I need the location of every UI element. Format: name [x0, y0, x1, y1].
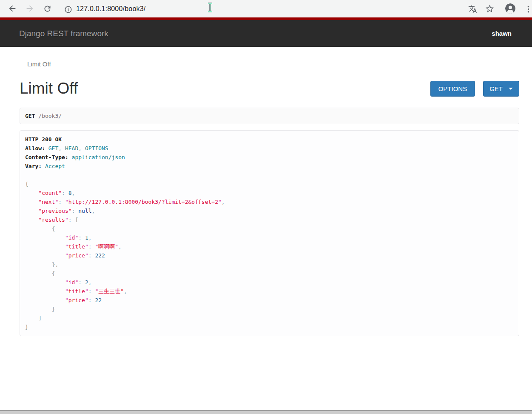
- breadcrumb: Limit Off: [20, 60, 519, 68]
- get-button[interactable]: GET: [483, 81, 519, 97]
- token: 1: [85, 234, 88, 241]
- translate-icon[interactable]: [467, 4, 478, 14]
- browser-toolbar: 127.0.0.1:8000/book3/: [0, 0, 532, 17]
- title-row: Limit Off OPTIONS GET: [20, 80, 519, 97]
- json-key: "previous": [38, 208, 71, 214]
- token: "http://127.0.0.1:8000/book3/?limit=2&of…: [65, 199, 222, 205]
- page-title: Limit Off: [20, 80, 78, 97]
- forward-icon[interactable]: [25, 3, 35, 14]
- token: ,: [78, 145, 82, 151]
- get-button-label: GET: [489, 85, 503, 92]
- status-line: HTTP 200 OK: [25, 136, 62, 143]
- response-header-name: Allow:: [25, 145, 45, 151]
- token: 8: [68, 190, 72, 196]
- token: }: [52, 306, 55, 312]
- token: :: [88, 297, 92, 303]
- token: :: [58, 199, 62, 205]
- token: ,: [88, 234, 92, 241]
- token: :: [88, 252, 92, 259]
- token: {: [52, 270, 55, 277]
- response-header-value: OPTIONS: [82, 145, 108, 151]
- site-info-icon[interactable]: [63, 4, 73, 14]
- json-key: "id": [65, 234, 78, 241]
- json-key: "id": [65, 279, 78, 286]
- user-menu[interactable]: shawn: [492, 30, 512, 37]
- token: 2: [85, 279, 88, 286]
- drf-navbar: Django REST framework shawn: [0, 20, 532, 47]
- token: "三生三世": [95, 288, 124, 294]
- token: :: [68, 217, 72, 223]
- token: :: [72, 208, 75, 214]
- token: :: [62, 190, 65, 196]
- token: ]: [38, 315, 42, 321]
- json-key: "title": [65, 243, 88, 250]
- profile-avatar-icon[interactable]: [505, 3, 515, 14]
- back-icon[interactable]: [7, 3, 17, 14]
- token: :: [78, 234, 82, 241]
- token: ,: [118, 243, 122, 250]
- response-body: HTTP 200 OK Allow: GET, HEAD, OPTIONS Co…: [25, 135, 514, 331]
- response-header-value: HEAD: [62, 145, 78, 151]
- bookmark-star-icon[interactable]: [484, 3, 495, 14]
- token: :: [88, 243, 92, 250]
- token: ,: [222, 199, 225, 205]
- token: 222: [95, 252, 105, 259]
- token: :: [88, 288, 92, 294]
- options-button[interactable]: OPTIONS: [430, 81, 475, 97]
- json-key: "price": [65, 252, 88, 259]
- json-key: "results": [38, 217, 68, 223]
- response-header-value: GET: [48, 145, 58, 151]
- response-header-name: Vary:: [25, 163, 42, 169]
- text-ibeam-cursor: [207, 2, 213, 15]
- token: "啊啊啊": [95, 243, 118, 250]
- request-method: GET: [25, 113, 35, 119]
- url-input[interactable]: 127.0.0.1:8000/book3/: [76, 0, 145, 17]
- token: {: [25, 181, 28, 187]
- token: :: [78, 279, 82, 286]
- json-key: "next": [38, 199, 58, 205]
- response-header-value: Accept: [45, 163, 65, 169]
- response-header-name: Content-Type:: [25, 154, 68, 160]
- page-bottom-edge: [0, 410, 532, 414]
- action-buttons: OPTIONS GET: [430, 81, 519, 97]
- request-path: /book3/: [38, 113, 62, 119]
- token: ,: [72, 190, 75, 196]
- brand-title[interactable]: Django REST framework: [19, 29, 108, 38]
- token: ,: [92, 208, 95, 214]
- json-key: "price": [65, 297, 88, 303]
- main-content: Limit Off Limit Off OPTIONS GET GET /boo…: [20, 60, 519, 336]
- token: ,: [55, 261, 58, 268]
- reload-icon[interactable]: [42, 3, 52, 14]
- token: {: [52, 226, 55, 232]
- caret-down-icon: [509, 88, 513, 90]
- response-info: HTTP 200 OK Allow: GET, HEAD, OPTIONS Co…: [20, 130, 519, 336]
- token: 22: [95, 297, 102, 303]
- menu-dots-icon[interactable]: [523, 4, 532, 14]
- token: [: [75, 217, 78, 223]
- breadcrumb-item: Limit Off: [27, 60, 51, 68]
- token: ,: [58, 145, 62, 151]
- token: null: [78, 208, 91, 214]
- json-key: "count": [38, 190, 62, 196]
- token: ,: [124, 288, 127, 294]
- token: }: [25, 324, 28, 330]
- request-info: GET /book3/: [20, 108, 519, 124]
- json-key: "title": [65, 288, 88, 294]
- response-header-value: application/json: [72, 154, 125, 160]
- token: ,: [88, 279, 92, 286]
